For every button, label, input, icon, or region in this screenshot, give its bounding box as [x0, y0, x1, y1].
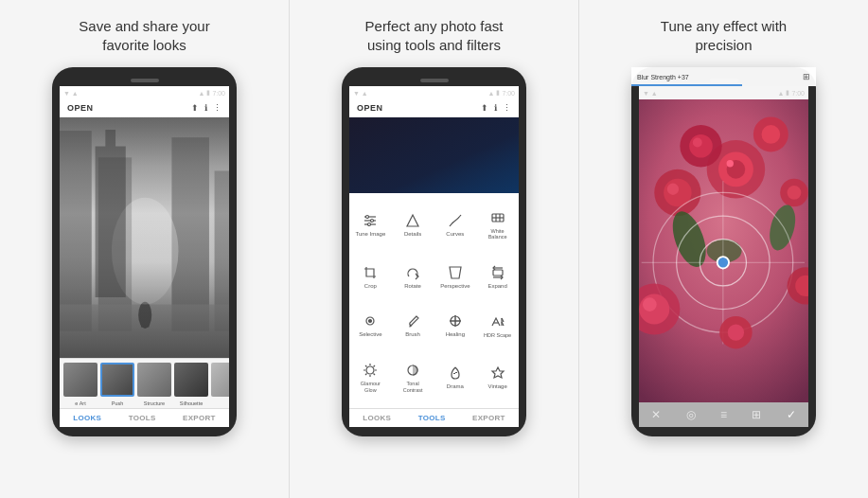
- tool-hdr[interactable]: HDR Scape: [476, 301, 519, 350]
- filter-thumb-push[interactable]: [100, 363, 134, 397]
- phone2-more-icon[interactable]: ⋮: [503, 103, 511, 113]
- phone1-more-icon[interactable]: ⋮: [213, 103, 221, 113]
- phone2-speaker: [420, 79, 449, 82]
- tool-tonal-label: TonalContrast: [403, 381, 423, 393]
- phone3: ▼ ▲ ▲ ▮ 7:00 Blur Strength +37 ⊞: [631, 67, 816, 436]
- curves-icon: [446, 212, 465, 229]
- phone3-screen: ▼ ▲ ▲ ▮ 7:00 Blur Strength +37 ⊞: [639, 86, 808, 427]
- phone1-battery: ▮: [206, 89, 210, 97]
- main-container: Save and share your favorite looks ▼ ▲ ▲…: [0, 0, 868, 498]
- white-balance-icon: [488, 209, 507, 226]
- phone1-info-icon[interactable]: ℹ: [204, 103, 207, 113]
- phone2-share-icon[interactable]: ⬆: [481, 103, 488, 113]
- tool-tonal[interactable]: TonalContrast: [392, 349, 434, 404]
- drama-icon: [446, 365, 465, 382]
- svg-rect-24: [493, 270, 503, 276]
- phone2-nav-looks[interactable]: LOOKS: [363, 414, 391, 422]
- tool-curves-label: Curves: [446, 231, 464, 238]
- rotate-icon: [403, 264, 422, 281]
- phone3-time: 7:00: [791, 90, 805, 97]
- tool-tune-image[interactable]: Tune Image: [349, 197, 392, 252]
- tool-expand-label: Expand: [487, 283, 506, 290]
- phone2-screen: ▼ ▲ ▲ ▮ 7:00 OPEN ⬆ ℹ ⋮: [349, 86, 519, 427]
- phone3-status-right: ▲ ▮ 7:00: [777, 89, 805, 97]
- phone2-tools-grid: Tune Image Details: [349, 193, 519, 408]
- svg-rect-6: [60, 305, 229, 358]
- tool-perspective-label: Perspective: [440, 283, 469, 290]
- tool-drama[interactable]: Drama: [434, 349, 477, 404]
- svg-rect-3: [98, 157, 132, 330]
- phone3-sliders-icon[interactable]: ≡: [720, 408, 727, 421]
- phone1-filter-area: e Art Push Structure Silhouette: [60, 358, 229, 408]
- svg-point-15: [366, 215, 369, 218]
- phone3-check-icon[interactable]: ✓: [787, 408, 796, 421]
- svg-point-51: [689, 134, 713, 158]
- panel3-title: Tune any effect with precision: [661, 17, 787, 54]
- phone1-speaker: [131, 79, 159, 82]
- filter-thumb-extra[interactable]: [211, 363, 229, 397]
- phone2-photo: [349, 117, 519, 193]
- panel-tools: Perfect any photo fast using tools and f…: [290, 0, 578, 498]
- phone2-status-right: ▲ ▮ 7:00: [487, 89, 515, 97]
- phone2-nav-export[interactable]: EXPORT: [472, 414, 505, 422]
- svg-marker-18: [407, 215, 418, 226]
- svg-rect-2: [60, 131, 92, 331]
- phone1-nav-looks[interactable]: LOOKS: [73, 414, 101, 422]
- tool-rotate-label: Rotate: [404, 283, 421, 290]
- svg-rect-0: [60, 117, 229, 358]
- tool-glamour-label: GlamourGlow: [361, 381, 381, 393]
- tool-glamour[interactable]: GlamourGlow: [349, 349, 392, 404]
- tool-white-balance[interactable]: WhiteBalance: [476, 197, 519, 252]
- tool-rotate[interactable]: Rotate: [392, 252, 434, 301]
- phone2: ▼ ▲ ▲ ▮ 7:00 OPEN ⬆ ℹ ⋮: [342, 67, 526, 436]
- tool-curves[interactable]: Curves: [434, 197, 477, 252]
- tool-hdr-label: HDR Scape: [484, 332, 511, 339]
- panel-save-looks: Save and share your favorite looks ▼ ▲ ▲…: [0, 0, 289, 498]
- tool-selective[interactable]: Selective: [349, 301, 392, 350]
- details-icon: [403, 212, 422, 229]
- tool-crop[interactable]: Crop: [349, 252, 392, 301]
- phone2-open-btn[interactable]: OPEN: [357, 103, 383, 113]
- phone3-grid-icon[interactable]: ⊞: [752, 408, 761, 421]
- phone1-nav-tools[interactable]: TOOLS: [129, 414, 156, 422]
- svg-point-16: [371, 219, 374, 222]
- svg-line-40: [374, 374, 376, 376]
- svg-rect-8: [141, 311, 149, 328]
- tool-brush[interactable]: Brush: [392, 301, 434, 350]
- svg-line-39: [365, 365, 367, 367]
- filter-thumb-art[interactable]: [63, 363, 97, 397]
- tool-expand[interactable]: Expand: [476, 252, 519, 301]
- phone3-target-icon[interactable]: ◎: [686, 408, 696, 421]
- phone1: ▼ ▲ ▲ ▮ 7:00 OPEN ⬆ ℹ ⋮: [52, 67, 237, 436]
- phone1-photo: [60, 117, 229, 358]
- svg-point-59: [788, 186, 802, 200]
- phone1-share-icon[interactable]: ⬆: [191, 103, 199, 113]
- filter-label-art: e Art: [63, 400, 97, 406]
- phone3-battery: ▮: [786, 89, 789, 97]
- panel-tune: Tune any effect with precision ▼ ▲ ▲ ▮ 7…: [579, 0, 868, 498]
- phone2-nav-tools[interactable]: TOOLS: [418, 414, 446, 422]
- tool-tune-image-label: Tune Image: [355, 231, 385, 238]
- svg-point-34: [366, 366, 374, 374]
- brush-icon: [403, 312, 422, 329]
- phone2-info-icon[interactable]: ℹ: [494, 103, 497, 113]
- phone1-nav-export[interactable]: EXPORT: [183, 414, 216, 422]
- panel1-title: Save and share your favorite looks: [79, 17, 209, 54]
- tool-wb-label: WhiteBalance: [488, 228, 507, 240]
- filter-label-silhouette: Silhouette: [174, 400, 208, 406]
- tool-drama-label: Drama: [447, 383, 464, 390]
- tool-details[interactable]: Details: [392, 197, 434, 252]
- phone1-status-bar: ▼ ▲ ▲ ▮ 7:00: [60, 86, 229, 99]
- tool-vintage[interactable]: Vintage: [476, 349, 519, 404]
- filter-thumb-silhouette[interactable]: [174, 363, 208, 397]
- svg-line-41: [374, 365, 376, 367]
- tool-healing[interactable]: Healing: [434, 301, 477, 350]
- phone3-cancel-icon[interactable]: ✕: [651, 408, 661, 421]
- tool-perspective[interactable]: Perspective: [434, 252, 477, 301]
- phone3-signal: ▼ ▲: [643, 90, 658, 97]
- phone2-battery: ▮: [496, 89, 500, 97]
- svg-point-49: [727, 160, 734, 167]
- phone1-open-btn[interactable]: OPEN: [67, 103, 94, 113]
- filter-thumb-structure[interactable]: [137, 363, 171, 397]
- phone2-status-bar: ▼ ▲ ▲ ▮ 7:00: [349, 86, 519, 99]
